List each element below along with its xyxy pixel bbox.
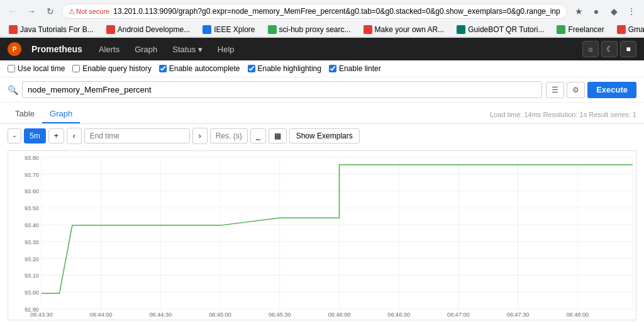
execute-button[interactable]: Execute xyxy=(587,82,636,98)
svg-text:93.10: 93.10 xyxy=(25,273,39,279)
chart-bar-button[interactable]: ▩ xyxy=(269,128,287,143)
chart-container: 93.80 93.70 93.60 93.50 93.40 93.30 93.2… xyxy=(0,148,644,325)
nav-status[interactable]: Status ▾ xyxy=(166,41,208,58)
app-nav: Alerts Graph Status ▾ Help xyxy=(92,41,241,58)
enable-query-history-label: Enable query history xyxy=(82,64,151,73)
browser-action-icons: ★ ● ◆ ⋮ xyxy=(571,4,639,19)
svg-text:06:46:30: 06:46:30 xyxy=(387,312,410,318)
warning-icon: ⚠ xyxy=(69,8,75,16)
range-prev-button[interactable]: ‹ xyxy=(67,128,82,144)
svg-text:93.70: 93.70 xyxy=(25,172,39,178)
reload-button[interactable]: ↻ xyxy=(43,4,58,19)
bookmark-label: sci-hub proxy searc... xyxy=(279,25,351,34)
svg-text:93.30: 93.30 xyxy=(25,239,39,245)
svg-text:93.40: 93.40 xyxy=(25,222,39,228)
resolution-input[interactable] xyxy=(210,128,248,143)
enable-linter-label: Enable linter xyxy=(339,64,381,73)
svg-text:06:44:30: 06:44:30 xyxy=(150,312,172,318)
bookmark-gmail[interactable]: Gmail xyxy=(613,24,644,35)
not-secure-label: Not secure xyxy=(76,8,109,15)
query-format-button[interactable]: ☰ xyxy=(546,82,564,98)
address-bar: ⚠ Not secure xyxy=(62,4,567,19)
svg-text:06:44:00: 06:44:00 xyxy=(90,312,113,318)
search-icon: 🔍 xyxy=(8,85,18,95)
forward-button[interactable]: → xyxy=(24,4,39,19)
use-local-time-checkbox[interactable]: Use local time xyxy=(8,64,65,73)
svg-text:93.80: 93.80 xyxy=(25,155,39,161)
range-increase-button[interactable]: + xyxy=(48,128,64,143)
enable-autocomplete-checkbox[interactable]: Enable autocomplete xyxy=(159,64,240,73)
bookmark-label: Android Developme... xyxy=(118,25,190,34)
bookmark-java[interactable]: Java Tutorials For B... xyxy=(5,24,97,35)
bookmark-ar[interactable]: Make your own AR... xyxy=(360,24,448,35)
bookmark-guidebot[interactable]: GuideBOT QR Tutori... xyxy=(453,24,548,35)
svg-text:06:45:30: 06:45:30 xyxy=(269,312,291,318)
end-time-input[interactable] xyxy=(84,128,190,143)
svg-text:06:46:00: 06:46:00 xyxy=(328,312,351,318)
nav-alerts[interactable]: Alerts xyxy=(92,41,126,58)
bookmark-label: IEEE Xplore xyxy=(214,25,255,34)
svg-text:93.20: 93.20 xyxy=(25,256,39,262)
browser-toolbar: ← → ↻ ⚠ Not secure ★ ● ◆ ⋮ xyxy=(0,0,644,23)
theme-dark-button[interactable]: ☼ xyxy=(582,41,599,57)
enable-highlighting-label: Enable highlighting xyxy=(258,64,321,73)
enable-highlighting-checkbox[interactable]: Enable highlighting xyxy=(248,64,321,73)
bookmark-label: Java Tutorials For B... xyxy=(20,25,94,34)
svg-text:93.60: 93.60 xyxy=(25,189,39,195)
app-title: Prometheus xyxy=(31,44,82,54)
not-secure-indicator: ⚠ Not secure xyxy=(69,8,109,16)
bookmark-favicon xyxy=(617,25,626,34)
menu-button[interactable]: ⋮ xyxy=(624,4,639,19)
enable-linter-checkbox[interactable]: Enable linter xyxy=(329,64,381,73)
show-exemplars-button[interactable]: Show Exemplars xyxy=(289,128,360,143)
user-profile-button[interactable]: ● xyxy=(589,4,604,19)
chart-svg: 93.80 93.70 93.60 93.50 93.40 93.30 93.2… xyxy=(8,151,636,320)
tab-graph[interactable]: Graph xyxy=(42,105,80,123)
enable-query-history-checkbox[interactable]: Enable query history xyxy=(72,64,151,73)
svg-text:93.00: 93.00 xyxy=(25,289,39,296)
bookmark-favicon xyxy=(9,25,18,34)
bookmark-ieee[interactable]: IEEE Xplore xyxy=(199,24,258,35)
range-decrease-button[interactable]: - xyxy=(8,128,21,143)
bookmark-label: Make your own AR... xyxy=(375,25,445,34)
options-bar: Use local time Enable query history Enab… xyxy=(0,60,644,77)
bookmark-favicon xyxy=(457,25,465,34)
bookmark-favicon xyxy=(557,25,565,34)
browser-chrome: ← → ↻ ⚠ Not secure ★ ● ◆ ⋮ Java Tutorial… xyxy=(0,0,644,38)
bookmark-label: GuideBOT QR Tutori... xyxy=(468,25,544,34)
bookmark-favicon xyxy=(106,25,115,34)
bookmark-label: Gmail xyxy=(628,25,644,34)
bookmark-scihub[interactable]: sci-hub proxy searc... xyxy=(264,24,355,35)
enable-autocomplete-label: Enable autocomplete xyxy=(169,64,240,73)
chart-line-button[interactable]: ⎯ xyxy=(250,128,266,143)
app-logo: P xyxy=(8,42,21,56)
bookmark-favicon xyxy=(203,25,211,34)
app-header: P Prometheus Alerts Graph Status ▾ Help … xyxy=(0,38,644,60)
query-bar: 🔍 ☰ ⚙ Execute xyxy=(0,77,644,103)
query-input[interactable] xyxy=(22,81,542,98)
bookmark-freelancer[interactable]: Freelancer xyxy=(553,24,608,35)
url-input[interactable] xyxy=(113,7,560,16)
svg-text:06:45:00: 06:45:00 xyxy=(209,312,231,318)
query-settings-button[interactable]: ⚙ xyxy=(567,82,585,98)
bookmarks-bar: Java Tutorials For B... Android Developm… xyxy=(0,23,644,37)
bookmark-label: Freelancer xyxy=(568,25,604,34)
bookmark-star-button[interactable]: ★ xyxy=(571,4,586,19)
bookmark-favicon xyxy=(364,25,372,34)
nav-help[interactable]: Help xyxy=(211,41,241,58)
svg-text:06:48:00: 06:48:00 xyxy=(566,312,589,318)
extensions-button[interactable]: ◆ xyxy=(606,4,621,19)
tab-meta: Load time: 14ms Resolution: 1s Result se… xyxy=(490,111,636,118)
back-button[interactable]: ← xyxy=(5,4,20,19)
theme-light-button[interactable]: ☾ xyxy=(601,41,618,57)
range-next-button[interactable]: › xyxy=(192,128,208,144)
bookmark-android[interactable]: Android Developme... xyxy=(103,24,194,35)
theme-auto-button[interactable]: ■ xyxy=(620,41,636,57)
tab-table[interactable]: Table xyxy=(8,105,42,123)
query-actions: ☰ ⚙ Execute xyxy=(546,82,636,98)
range-5m-button[interactable]: 5m xyxy=(24,128,46,143)
use-local-time-label: Use local time xyxy=(18,64,65,73)
graph-toolbar: - 5m + ‹ › ⎯ ▩ Show Exemplars xyxy=(0,124,644,148)
nav-graph[interactable]: Graph xyxy=(128,41,164,58)
svg-text:06:47:00: 06:47:00 xyxy=(447,312,470,318)
